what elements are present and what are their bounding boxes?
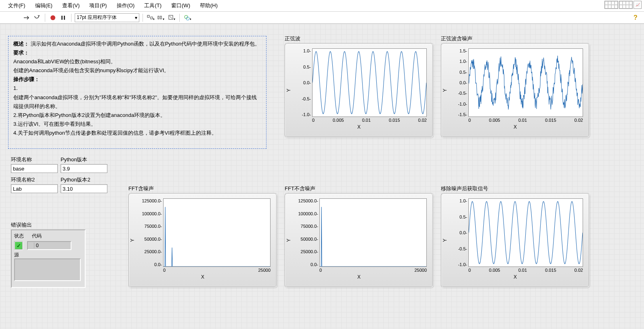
grid-icon-2[interactable] xyxy=(619,1,633,9)
graph-5-xticks: 00.0050.010.0150.02 xyxy=(468,267,583,273)
python-ver-1-control: Python版本 3.9 xyxy=(61,156,107,173)
svg-rect-7 xyxy=(160,16,162,19)
graph-3-xlabel: X xyxy=(132,274,274,280)
svg-rect-1 xyxy=(61,16,63,20)
svg-text:▾: ▾ xyxy=(153,17,154,21)
graph-4-ylabel: Y xyxy=(286,239,292,242)
align-icon[interactable]: ▾ xyxy=(146,13,155,22)
resize-icon[interactable]: ▾ xyxy=(167,13,176,22)
overview-text: 演示如何在Anaconda虚拟环境中调用Python函数，以及在Python代码… xyxy=(31,41,260,47)
graph-4-yticks: 125000.0-100000.0-75000.0-50000.0-25000.… xyxy=(294,198,319,267)
graph-fft-noise[interactable]: Y 125000.0-100000.0-75000.0-50000.0-2500… xyxy=(128,193,277,287)
graph-3-title: FFT含噪声 xyxy=(128,185,154,192)
graph-fft-clean[interactable]: Y 125000.0-100000.0-75000.0-50000.0-2500… xyxy=(285,193,433,287)
reorder-icon[interactable]: ▾ xyxy=(183,13,192,22)
graph-1-ylabel: Y xyxy=(286,89,292,92)
step-1b: 创建两个anaconda虚拟环境，分别为"环境名称"和"环境名称2"。如要使用同… xyxy=(13,94,257,109)
step-1a: 1. xyxy=(13,85,18,91)
error-code-value[interactable]: 0 xyxy=(27,241,71,250)
graph-2-yticks: 1.5-1.0-0.5-0.0--0.5--1.0--1.5- xyxy=(450,48,468,117)
graph-2-xlabel: X xyxy=(444,124,586,130)
error-status-indicator: ✓ xyxy=(14,241,23,250)
svg-rect-6 xyxy=(158,16,159,19)
graph-sine-noise[interactable]: Y 1.5-1.0-0.5-0.0--0.5--1.0--1.5- 00.005… xyxy=(441,43,589,137)
svg-text:▾: ▾ xyxy=(190,17,191,21)
graph-4-title: FFT不含噪声 xyxy=(285,185,315,192)
grid-icon[interactable] xyxy=(604,1,618,9)
req-text-1: Anaconda和LabVIEW的位数(bitness)相同。 xyxy=(13,58,116,65)
error-source-value[interactable] xyxy=(14,258,81,281)
step-2: 2.将Python版本和Python版本2设置为创建anaconda环境的版本。 xyxy=(13,112,166,118)
font-selector-text: 17pt 应用程序字体 xyxy=(77,14,117,21)
menu-file[interactable]: 文件(F) xyxy=(3,1,30,10)
graph-5-ylabel: Y xyxy=(442,239,448,242)
run-continuous-icon[interactable] xyxy=(33,13,42,22)
python-ver-2-control: Python版本2 3.10 xyxy=(61,176,107,193)
python-ver-1-input[interactable]: 3.9 xyxy=(61,164,107,173)
graph-2-title: 正弦波含噪声 xyxy=(441,35,472,42)
error-status-label: 状态 xyxy=(14,233,24,239)
graph-1-xlabel: X xyxy=(288,124,430,130)
graph-1-title: 正弦波 xyxy=(285,35,300,42)
env-name-1-control: 环境名称 base xyxy=(11,156,58,173)
graph-4-xlabel: X xyxy=(288,274,430,280)
overview-label: 概述： xyxy=(13,41,29,47)
graph-recovered[interactable]: Y 1.0-0.5-0.0--0.5--1.0- 00.0050.010.015… xyxy=(441,193,589,287)
steps-label: 操作步骤： xyxy=(13,76,40,82)
python-ver-1-label: Python版本 xyxy=(61,156,107,163)
menu-view[interactable]: 查看(V) xyxy=(57,1,84,10)
front-panel-canvas: 概述： 演示如何在Anaconda虚拟环境中调用Python函数，以及在Pyth… xyxy=(0,24,644,329)
graph-5-plot xyxy=(468,198,583,267)
menu-help[interactable]: 帮助(H) xyxy=(195,1,222,10)
graph-3-plot xyxy=(163,198,271,267)
toolbar: 17pt 应用程序字体 ▾ ▾ ▾ ▾ ▾ ? xyxy=(0,12,644,24)
graph-5-title: 移除噪声后获取信号 xyxy=(441,185,488,192)
python-ver-2-input[interactable]: 3.10 xyxy=(61,184,107,193)
svg-point-0 xyxy=(50,15,55,20)
graph-4-plot xyxy=(319,198,427,267)
svg-rect-3 xyxy=(147,15,149,17)
env-name-2-control: 环境名称2 Lab xyxy=(11,176,58,193)
abort-icon[interactable] xyxy=(48,13,57,22)
env-name-2-input[interactable]: Lab xyxy=(11,184,58,193)
error-code-label: 代码 xyxy=(32,233,42,239)
pause-icon[interactable] xyxy=(59,13,68,22)
graph-2-ylabel: Y xyxy=(442,89,448,92)
graph-1-plot xyxy=(312,48,427,117)
menu-edit[interactable]: 编辑(E) xyxy=(30,1,57,10)
graph-1-xticks: 00.0050.010.0150.02 xyxy=(312,117,427,123)
run-arrow-icon[interactable] xyxy=(22,13,31,22)
graph-sine[interactable]: Y 1.0-0.5-0.0--0.5--1.0- 00.0050.010.015… xyxy=(285,43,433,137)
graph-3-ylabel: Y xyxy=(130,239,135,242)
svg-rect-4 xyxy=(151,17,153,19)
font-selector[interactable]: 17pt 应用程序字体 ▾ xyxy=(75,13,139,22)
req-label: 要求： xyxy=(13,50,29,56)
svg-rect-2 xyxy=(64,16,65,20)
topright-pane-icons: 📈 xyxy=(604,1,642,9)
menu-bar: 文件(F) 编辑(E) 查看(V) 项目(P) 操作(O) 工具(T) 窗口(W… xyxy=(0,0,644,12)
env-name-1-input[interactable]: base xyxy=(11,164,58,173)
svg-text:▾: ▾ xyxy=(174,17,175,21)
svg-text:▾: ▾ xyxy=(163,17,164,21)
labview-icon[interactable]: 📈 xyxy=(634,1,642,9)
menu-window[interactable]: 窗口(W) xyxy=(166,1,195,10)
error-out-cluster: 错误输出 状态 代码 ✓ 0 源 xyxy=(11,221,86,288)
error-panel: 状态 代码 ✓ 0 源 xyxy=(11,229,86,288)
graph-1-yticks: 1.0-0.5-0.0--0.5--1.0- xyxy=(294,48,312,117)
menu-operate[interactable]: 操作(O) xyxy=(112,1,140,10)
error-source-label: 源 xyxy=(14,252,82,258)
error-out-label: 错误输出 xyxy=(11,221,86,229)
graph-3-yticks: 125000.0-100000.0-75000.0-50000.0-25000.… xyxy=(137,198,163,267)
help-icon[interactable]: ? xyxy=(631,13,640,22)
step-3: 3.运行该VI。可在图形中看到结果。 xyxy=(13,121,96,127)
distribute-icon[interactable]: ▾ xyxy=(157,13,166,22)
step-4: 4.关于如何调用python节点传递参数和处理返回值的信息，请参考VI程序框图上… xyxy=(13,130,217,136)
env-name-2-label: 环境名称2 xyxy=(11,176,58,183)
graph-2-xticks: 00.0050.010.0150.02 xyxy=(468,117,583,123)
graph-5-xlabel: X xyxy=(444,274,586,280)
chevron-down-icon: ▾ xyxy=(135,15,137,21)
graph-3-xticks: 025000 xyxy=(163,267,271,273)
menu-project[interactable]: 项目(P) xyxy=(84,1,111,10)
env-name-1-label: 环境名称 xyxy=(11,156,58,163)
menu-tools[interactable]: 工具(T) xyxy=(139,1,166,10)
